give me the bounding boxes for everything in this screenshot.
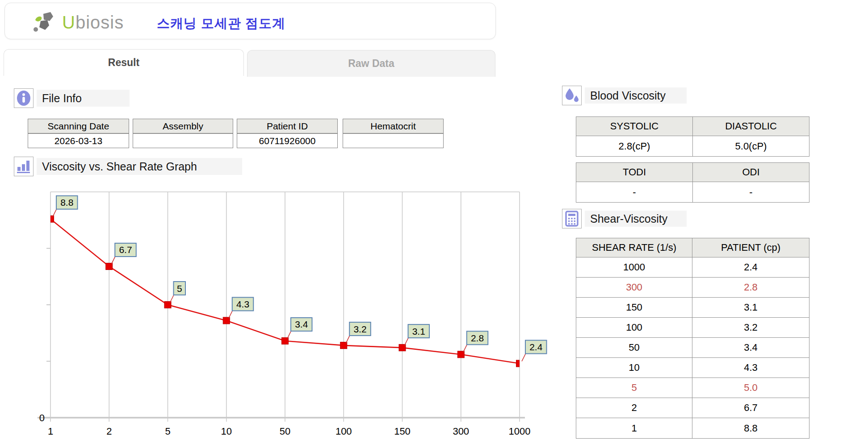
data-label-text: 5	[177, 283, 182, 294]
data-label-text: 3.4	[295, 319, 308, 329]
header-card: Ubiosis 스캐닝 모세관 점도계	[4, 3, 496, 39]
label-leader-line	[111, 256, 115, 264]
patient-cell: 3.4	[692, 338, 809, 357]
shear-viscosity-icon-box	[562, 209, 582, 228]
x-axis-label: 2	[106, 426, 112, 437]
x-axis-label: 100	[335, 426, 352, 437]
patient-column-header: PATIENT (cp)	[692, 238, 809, 257]
shear-viscosity-row: 10002.4	[576, 257, 809, 278]
label-leader-line	[522, 353, 526, 361]
field-hematocrit: Hematocrit	[343, 119, 444, 148]
field-value: 2026-03-13	[28, 134, 129, 148]
patient-cell: 2.4	[692, 257, 809, 277]
x-axis-label: 10	[221, 426, 232, 437]
shear-rate-cell: 10	[576, 358, 692, 378]
patient-cell: 6.7	[692, 398, 809, 418]
shear-rate-cell: 50	[576, 338, 692, 357]
graph-section-title: Viscosity vs. Shear Rate Graph	[37, 158, 242, 175]
shear-rate-cell: 300	[576, 278, 692, 297]
systolic-value: 2.8(cP)	[576, 136, 693, 156]
patient-cell: 5.0	[692, 378, 809, 398]
todi-odi-table: TODI ODI - -	[576, 162, 809, 203]
bar-chart-icon	[16, 159, 31, 174]
x-axis-label: 50	[280, 426, 290, 437]
label-leader-line	[170, 295, 174, 303]
data-label-text: 2.4	[529, 342, 543, 352]
app-logo-text: Ubiosis	[62, 11, 124, 33]
field-label: Patient ID	[237, 119, 337, 134]
patient-cell: 8.8	[692, 418, 809, 438]
data-label-text: 6.7	[119, 245, 132, 255]
field-value	[133, 134, 233, 148]
todi-header: TODI	[576, 163, 693, 182]
x-axis-label: 150	[394, 426, 411, 437]
data-label-text: 8.8	[60, 197, 73, 207]
logo-biosis: biosis	[75, 12, 124, 32]
x-axis-label: 300	[453, 426, 469, 437]
odi-value: -	[693, 182, 809, 202]
systolic-diastolic-table: SYSTOLIC DIASTOLIC 2.8(cP) 5.0(cP)	[576, 116, 809, 157]
logo-letter-u: U	[62, 12, 75, 32]
graph-icon-box	[14, 157, 34, 176]
data-label-text: 4.3	[236, 299, 249, 309]
calculator-icon	[564, 211, 579, 227]
diastolic-header: DIASTOLIC	[693, 117, 809, 136]
label-leader-line	[346, 335, 350, 343]
shear-rate-cell: 2	[576, 398, 692, 418]
field-assembly: Assembly	[133, 119, 233, 148]
shear-viscosity-row: 1503.1	[576, 298, 809, 318]
blood-viscosity-title: Blood Viscosity	[585, 87, 687, 104]
blood-drops-icon	[564, 87, 580, 104]
diastolic-value: 5.0(cP)	[693, 136, 809, 156]
data-label-text: 3.1	[412, 326, 425, 336]
label-leader-line	[53, 209, 57, 217]
todi-value: -	[576, 182, 693, 202]
shear-viscosity-row: 104.3	[576, 358, 809, 378]
label-leader-line	[229, 310, 233, 318]
label-leader-line	[405, 337, 409, 345]
field-value: 60711926000	[237, 134, 337, 148]
patient-cell: 2.8	[692, 278, 809, 297]
file-info-icon-box	[14, 88, 34, 108]
field-label: Hematocrit	[343, 119, 443, 134]
shear-rate-cell: 1	[576, 418, 692, 438]
patient-cell: 4.3	[692, 358, 809, 378]
shear-viscosity-title: Shear-Viscosity	[585, 211, 687, 227]
shear-rate-column-header: SHEAR RATE (1/s)	[576, 238, 692, 257]
shear-viscosity-row: 1003.2	[576, 318, 809, 338]
shear-rate-cell: 150	[576, 298, 692, 317]
shear-viscosity-row: 18.8	[576, 418, 809, 438]
shear-rate-cell: 5	[576, 378, 692, 398]
data-label-text: 2.8	[471, 333, 484, 343]
x-axis-label: 1	[48, 426, 53, 437]
odi-header: ODI	[693, 163, 809, 182]
systolic-header: SYSTOLIC	[576, 117, 693, 136]
app-logo: Ubiosis	[33, 11, 124, 33]
x-axis-label: 5	[165, 426, 170, 437]
field-label: Scanning Date	[28, 119, 129, 134]
label-leader-line	[463, 344, 467, 352]
shear-viscosity-row: 503.4	[576, 338, 809, 358]
tab-raw-data[interactable]: Raw Data	[247, 50, 495, 77]
y-axis-origin-label: 0	[39, 412, 45, 423]
shear-viscosity-rows: 10002.43002.81503.11003.2503.4104.355.02…	[576, 257, 809, 438]
patient-cell: 3.1	[692, 298, 809, 317]
blood-viscosity-icon-box	[562, 86, 582, 105]
field-value	[343, 134, 443, 148]
shear-viscosity-row: 26.7	[576, 398, 809, 418]
field-label: Assembly	[133, 119, 233, 134]
field-patient-id: Patient ID 60711926000	[237, 119, 338, 148]
shear-viscosity-table: SHEAR RATE (1/s) PATIENT (cp) 10002.4300…	[576, 238, 809, 439]
info-icon	[16, 90, 32, 107]
data-label-text: 3.2	[353, 324, 366, 334]
shear-rate-cell: 100	[576, 318, 692, 337]
tab-result[interactable]: Result	[4, 49, 244, 76]
shear-viscosity-row: 55.0	[576, 378, 809, 398]
shear-viscosity-table-header: SHEAR RATE (1/s) PATIENT (cp)	[576, 238, 809, 257]
shear-viscosity-row: 3002.8	[576, 278, 809, 298]
app-title-korean: 스캐닝 모세관 점도계	[157, 15, 285, 33]
label-leader-line	[287, 331, 291, 339]
viscosity-shear-rate-chart: 1251050100150300100008.86.754.33.43.23.1…	[31, 190, 558, 443]
file-info-title: File Info	[37, 90, 130, 107]
field-scanning-date: Scanning Date 2026-03-13	[28, 119, 129, 148]
